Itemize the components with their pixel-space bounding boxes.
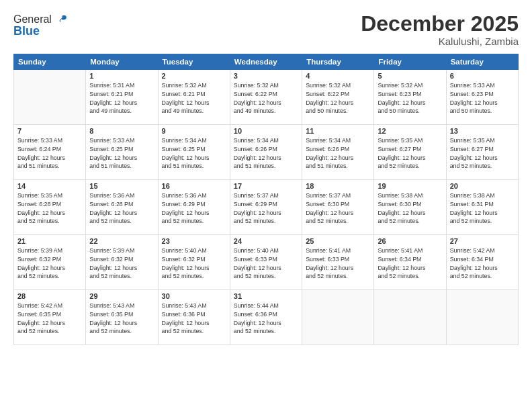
day-number: 13	[450, 127, 515, 135]
header: General Blue December 2025 Kalulushi, Za…	[13, 12, 519, 47]
table-row: 11Sunrise: 5:34 AMSunset: 6:26 PMDayligh…	[302, 125, 374, 180]
day-info: Sunrise: 5:43 AMSunset: 6:36 PMDaylight:…	[162, 302, 226, 336]
day-info: Sunrise: 5:38 AMSunset: 6:31 PMDaylight:…	[450, 191, 515, 226]
day-info: Sunrise: 5:33 AMSunset: 6:24 PMDaylight:…	[17, 136, 82, 171]
day-info: Sunrise: 5:34 AMSunset: 6:26 PMDaylight:…	[306, 136, 370, 171]
day-number: 18	[306, 182, 370, 190]
logo-bird-icon	[53, 12, 68, 27]
table-row: 10Sunrise: 5:34 AMSunset: 6:26 PMDayligh…	[230, 125, 302, 180]
table-row: 13Sunrise: 5:35 AMSunset: 6:27 PMDayligh…	[446, 125, 518, 180]
day-number: 10	[234, 127, 298, 135]
day-info: Sunrise: 5:42 AMSunset: 6:34 PMDaylight:…	[450, 246, 515, 281]
day-number: 25	[306, 237, 370, 245]
day-number: 30	[162, 292, 226, 300]
month-year-title: December 2025	[361, 12, 519, 36]
day-number: 1	[89, 72, 154, 80]
day-info: Sunrise: 5:35 AMSunset: 6:27 PMDaylight:…	[378, 136, 442, 171]
location-subtitle: Kalulushi, Zambia	[361, 36, 519, 47]
day-number: 5	[378, 72, 442, 80]
col-wednesday: Wednesday	[230, 54, 302, 70]
day-number: 26	[378, 237, 442, 245]
day-info: Sunrise: 5:32 AMSunset: 6:22 PMDaylight:…	[234, 81, 298, 116]
day-info: Sunrise: 5:39 AMSunset: 6:32 PMDaylight:…	[17, 246, 82, 281]
day-number: 2	[162, 72, 226, 80]
table-row: 5Sunrise: 5:32 AMSunset: 6:23 PMDaylight…	[374, 70, 446, 125]
table-row	[374, 290, 446, 345]
col-monday: Monday	[86, 54, 158, 70]
table-row: 7Sunrise: 5:33 AMSunset: 6:24 PMDaylight…	[14, 125, 86, 180]
table-row: 6Sunrise: 5:33 AMSunset: 6:23 PMDaylight…	[446, 70, 518, 125]
logo: General Blue	[13, 12, 68, 38]
day-number: 11	[306, 127, 370, 135]
table-row: 3Sunrise: 5:32 AMSunset: 6:22 PMDaylight…	[230, 70, 302, 125]
calendar-week-row: 14Sunrise: 5:35 AMSunset: 6:28 PMDayligh…	[14, 180, 519, 235]
day-info: Sunrise: 5:40 AMSunset: 6:32 PMDaylight:…	[162, 246, 226, 281]
day-info: Sunrise: 5:34 AMSunset: 6:25 PMDaylight:…	[162, 136, 226, 171]
table-row: 29Sunrise: 5:43 AMSunset: 6:35 PMDayligh…	[86, 290, 158, 345]
day-number: 19	[378, 182, 442, 190]
table-row: 26Sunrise: 5:41 AMSunset: 6:34 PMDayligh…	[374, 235, 446, 290]
table-row: 30Sunrise: 5:43 AMSunset: 6:36 PMDayligh…	[158, 290, 230, 345]
col-sunday: Sunday	[14, 54, 86, 70]
table-row	[302, 290, 374, 345]
day-info: Sunrise: 5:35 AMSunset: 6:27 PMDaylight:…	[450, 136, 515, 171]
day-number: 6	[450, 72, 515, 80]
table-row: 18Sunrise: 5:37 AMSunset: 6:30 PMDayligh…	[302, 180, 374, 235]
day-number: 17	[234, 182, 298, 190]
table-row: 21Sunrise: 5:39 AMSunset: 6:32 PMDayligh…	[14, 235, 86, 290]
table-row	[14, 70, 86, 125]
day-number: 14	[17, 182, 82, 190]
day-info: Sunrise: 5:32 AMSunset: 6:21 PMDaylight:…	[162, 81, 226, 116]
day-number: 24	[234, 237, 298, 245]
table-row: 14Sunrise: 5:35 AMSunset: 6:28 PMDayligh…	[14, 180, 86, 235]
day-info: Sunrise: 5:44 AMSunset: 6:36 PMDaylight:…	[234, 302, 298, 336]
day-info: Sunrise: 5:36 AMSunset: 6:28 PMDaylight:…	[89, 191, 154, 226]
day-number: 9	[162, 127, 226, 135]
col-thursday: Thursday	[302, 54, 374, 70]
day-info: Sunrise: 5:34 AMSunset: 6:26 PMDaylight:…	[234, 136, 298, 171]
day-info: Sunrise: 5:39 AMSunset: 6:32 PMDaylight:…	[89, 246, 154, 281]
day-info: Sunrise: 5:41 AMSunset: 6:34 PMDaylight:…	[378, 246, 442, 281]
day-info: Sunrise: 5:43 AMSunset: 6:35 PMDaylight:…	[89, 302, 154, 336]
col-friday: Friday	[374, 54, 446, 70]
day-number: 23	[162, 237, 226, 245]
table-row: 24Sunrise: 5:40 AMSunset: 6:33 PMDayligh…	[230, 235, 302, 290]
table-row: 27Sunrise: 5:42 AMSunset: 6:34 PMDayligh…	[446, 235, 518, 290]
table-row: 31Sunrise: 5:44 AMSunset: 6:36 PMDayligh…	[230, 290, 302, 345]
title-block: December 2025 Kalulushi, Zambia	[361, 12, 519, 47]
day-info: Sunrise: 5:40 AMSunset: 6:33 PMDaylight:…	[234, 246, 298, 281]
col-tuesday: Tuesday	[158, 54, 230, 70]
day-info: Sunrise: 5:42 AMSunset: 6:35 PMDaylight:…	[17, 302, 82, 336]
table-row: 25Sunrise: 5:41 AMSunset: 6:33 PMDayligh…	[302, 235, 374, 290]
day-info: Sunrise: 5:38 AMSunset: 6:30 PMDaylight:…	[378, 191, 442, 226]
table-row: 16Sunrise: 5:36 AMSunset: 6:29 PMDayligh…	[158, 180, 230, 235]
table-row: 17Sunrise: 5:37 AMSunset: 6:29 PMDayligh…	[230, 180, 302, 235]
calendar-header-row: Sunday Monday Tuesday Wednesday Thursday…	[14, 54, 519, 70]
day-number: 12	[378, 127, 442, 135]
day-number: 22	[89, 237, 154, 245]
day-number: 20	[450, 182, 515, 190]
table-row: 12Sunrise: 5:35 AMSunset: 6:27 PMDayligh…	[374, 125, 446, 180]
table-row: 1Sunrise: 5:31 AMSunset: 6:21 PMDaylight…	[86, 70, 158, 125]
table-row: 8Sunrise: 5:33 AMSunset: 6:25 PMDaylight…	[86, 125, 158, 180]
day-number: 31	[234, 292, 298, 300]
table-row	[446, 290, 518, 345]
calendar-week-row: 1Sunrise: 5:31 AMSunset: 6:21 PMDaylight…	[14, 70, 519, 125]
day-number: 16	[162, 182, 226, 190]
table-row: 22Sunrise: 5:39 AMSunset: 6:32 PMDayligh…	[86, 235, 158, 290]
table-row: 15Sunrise: 5:36 AMSunset: 6:28 PMDayligh…	[86, 180, 158, 235]
day-number: 8	[89, 127, 154, 135]
day-info: Sunrise: 5:32 AMSunset: 6:23 PMDaylight:…	[378, 81, 442, 116]
day-info: Sunrise: 5:41 AMSunset: 6:33 PMDaylight:…	[306, 246, 370, 281]
calendar-week-row: 28Sunrise: 5:42 AMSunset: 6:35 PMDayligh…	[14, 290, 519, 345]
day-info: Sunrise: 5:31 AMSunset: 6:21 PMDaylight:…	[89, 81, 154, 116]
day-info: Sunrise: 5:35 AMSunset: 6:28 PMDaylight:…	[17, 191, 82, 226]
day-info: Sunrise: 5:33 AMSunset: 6:25 PMDaylight:…	[89, 136, 154, 171]
table-row: 23Sunrise: 5:40 AMSunset: 6:32 PMDayligh…	[158, 235, 230, 290]
day-number: 7	[17, 127, 82, 135]
col-saturday: Saturday	[446, 54, 518, 70]
day-info: Sunrise: 5:36 AMSunset: 6:29 PMDaylight:…	[162, 191, 226, 226]
day-info: Sunrise: 5:33 AMSunset: 6:23 PMDaylight:…	[450, 81, 515, 116]
day-info: Sunrise: 5:37 AMSunset: 6:30 PMDaylight:…	[306, 191, 370, 226]
day-number: 27	[450, 237, 515, 245]
